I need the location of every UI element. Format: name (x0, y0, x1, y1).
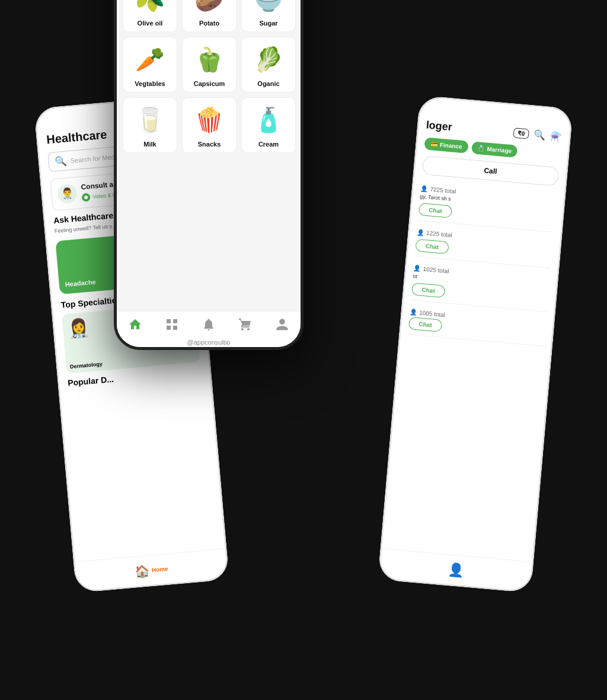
product-image-10: 🍿 (188, 103, 231, 137)
svg-rect-3 (167, 326, 171, 330)
home-icon: 🏠 (134, 563, 150, 578)
expert-card-3: 👤 1025 total ot Chat (411, 260, 550, 312)
product-card-3[interactable]: 🫒Olive oil (123, 0, 177, 32)
product-image-11: 🧴 (247, 103, 290, 137)
marriage-tag[interactable]: 💍 Marriage (471, 141, 518, 158)
filter-icon[interactable]: ⚗️ (550, 131, 563, 143)
product-image-4: 🥔 (188, 0, 231, 16)
scene: Healthcare 🔍 Search for Medici... 👨‍⚕️ C… (37, 53, 570, 647)
product-name-11: Cream (258, 141, 279, 148)
person-icon: 👤 (417, 229, 424, 236)
user-icon-right: 👤 (447, 562, 464, 578)
product-image-5: 🍚 (247, 0, 290, 16)
nav-grid[interactable] (165, 317, 179, 332)
finance-label: Finance (440, 142, 463, 150)
expert-total-4: 1005 total (419, 310, 446, 319)
credit-text: @appconsultio (117, 336, 301, 347)
center-phone: Gurgaon ▾ 🔍 Search for Products 🥦Vegtabl… (114, 0, 304, 350)
product-name-5: Sugar (259, 20, 277, 27)
product-image-7: 🫑 (188, 42, 231, 77)
product-image-8: 🥬 (247, 42, 290, 77)
finance-tag[interactable]: 💳 Finance (424, 137, 468, 153)
nav-user[interactable] (275, 317, 289, 332)
product-name-8: Oganic (257, 80, 279, 87)
chat-button-3[interactable]: Chat (411, 282, 446, 298)
expert-total-2: 1225 total (426, 230, 453, 238)
product-name-9: Milk (143, 141, 156, 148)
person-icon: 👤 (413, 265, 421, 272)
video-badge-dot (82, 193, 91, 202)
svg-rect-2 (173, 319, 177, 323)
right-phone: loger ₹0 🔍 ⚗️ 💳 Finance 💍 Marriage Call (378, 95, 573, 593)
product-image-6: 🥕 (129, 42, 171, 77)
finance-icon: 💳 (430, 141, 438, 148)
product-grid: 🥦Vegtables🍍Fruits🥫Grocery🫒Olive oil🥔Pota… (123, 0, 295, 153)
center-bottom-nav (117, 311, 301, 336)
spec-card-label: Dermatology (69, 361, 103, 370)
product-card-4[interactable]: 🥔Potato (182, 0, 237, 32)
expert-card-1: 👤 7225 total gy, Tarot sh s Chat (418, 180, 557, 233)
nav-home[interactable] (128, 317, 142, 332)
call-label: Call (484, 166, 497, 176)
rupee-badge: ₹0 (513, 128, 529, 139)
product-card-8[interactable]: 🥬Oganic (241, 37, 296, 93)
search-icon-right[interactable]: 🔍 (533, 129, 546, 141)
expert-total-3: 1025 total (423, 266, 449, 275)
chat-button-2[interactable]: Chat (415, 239, 449, 254)
product-card-10[interactable]: 🍿Snacks (182, 97, 237, 153)
product-name-10: Snacks (198, 141, 221, 148)
product-card-11[interactable]: 🧴Cream (241, 97, 296, 153)
svg-rect-1 (167, 319, 171, 323)
person-icon: 👤 (420, 185, 428, 192)
nav-bell[interactable] (202, 317, 216, 332)
product-card-9[interactable]: 🥛Milk (123, 97, 177, 153)
search-icon: 🔍 (55, 155, 68, 167)
product-image-9: 🥛 (129, 103, 171, 137)
doctor-avatar: 👨‍⚕️ (57, 183, 78, 204)
product-name-7: Capsicum (194, 80, 225, 87)
right-app-title: loger (426, 119, 453, 133)
product-name-4: Potato (199, 20, 219, 27)
person-icon: 👤 (410, 308, 417, 316)
expert-total-1: 7225 total (430, 186, 456, 195)
product-name-6: Vegtables (135, 80, 165, 87)
product-scroll-area[interactable]: 🥦Vegtables🍍Fruits🥫Grocery🫒Olive oil🥔Pota… (117, 0, 301, 311)
product-name-3: Olive oil (138, 20, 163, 27)
product-card-7[interactable]: 🫑Capsicum (182, 37, 237, 93)
product-card-5[interactable]: 🍚Sugar (241, 0, 296, 32)
nav-cart[interactable] (238, 317, 253, 332)
svg-rect-4 (173, 326, 177, 330)
product-image-3: 🫒 (129, 0, 171, 16)
headache-label: Headache (65, 278, 96, 287)
svg-point-0 (84, 196, 88, 200)
chat-button-4[interactable]: Chat (408, 317, 443, 332)
chat-button-1[interactable]: Chat (418, 203, 453, 218)
marriage-label: Marriage (487, 145, 512, 154)
product-card-6[interactable]: 🥕Vegtables (123, 37, 177, 93)
marriage-icon: 💍 (477, 145, 485, 152)
home-label: Home (151, 565, 168, 573)
